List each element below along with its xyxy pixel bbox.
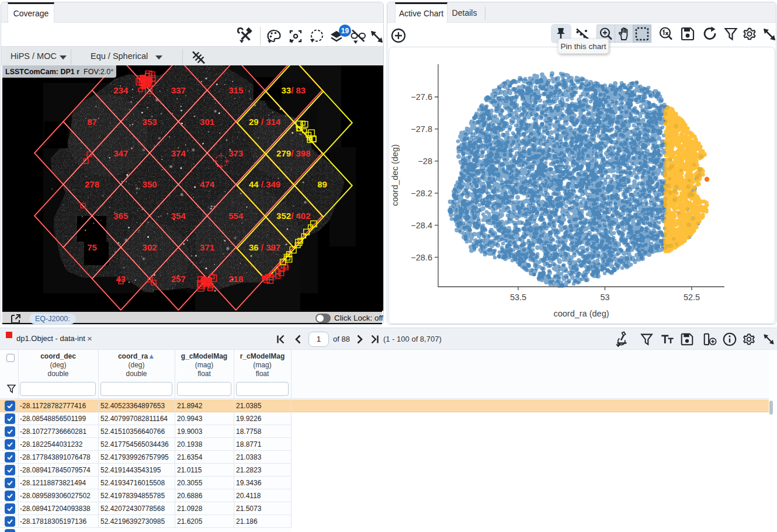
svg-text:89: 89 — [317, 179, 327, 189]
svg-text:301: 301 — [200, 117, 214, 127]
svg-text:352/ 402: 352/ 402 — [276, 211, 310, 221]
svg-text:347: 347 — [113, 148, 128, 158]
svg-text:315: 315 — [228, 85, 243, 95]
svg-text:278: 278 — [85, 179, 99, 189]
svg-text:374: 374 — [171, 148, 186, 158]
svg-text:75: 75 — [87, 242, 97, 252]
svg-text:−27.8: −27.8 — [411, 124, 432, 134]
svg-text:36 / 397: 36 / 397 — [249, 242, 280, 252]
svg-text:474: 474 — [200, 179, 215, 189]
svg-text:−27.6: −27.6 — [411, 92, 432, 102]
svg-text:−28: −28 — [418, 157, 432, 166]
svg-text:554: 554 — [228, 211, 244, 221]
svg-text:218: 218 — [228, 274, 243, 284]
svg-text:354: 354 — [171, 211, 186, 221]
svg-text:−28.4: −28.4 — [411, 221, 432, 230]
svg-text:371: 371 — [200, 242, 214, 252]
svg-text:353: 353 — [143, 117, 157, 127]
svg-text:29 / 314: 29 / 314 — [249, 117, 281, 127]
svg-text:44 / 349: 44 / 349 — [249, 179, 280, 189]
svg-text:87: 87 — [87, 117, 97, 127]
svg-text:234: 234 — [113, 85, 129, 95]
svg-text:302: 302 — [143, 242, 157, 252]
svg-text:52.5: 52.5 — [684, 293, 700, 302]
svg-text:−28.2: −28.2 — [411, 189, 432, 198]
svg-text:43: 43 — [116, 274, 126, 284]
svg-text:279/ 398: 279/ 398 — [276, 148, 310, 158]
svg-text:373: 373 — [228, 148, 243, 158]
svg-text:coord_ra (deg): coord_ra (deg) — [553, 309, 609, 318]
svg-text:−28.6: −28.6 — [411, 253, 432, 262]
svg-text:257: 257 — [171, 274, 186, 284]
svg-text:350: 350 — [143, 179, 157, 189]
svg-text:53.5: 53.5 — [510, 293, 526, 302]
svg-text:365: 365 — [113, 211, 128, 221]
svg-text:53: 53 — [600, 293, 609, 302]
svg-text:33/ 83: 33/ 83 — [281, 85, 306, 95]
svg-text:337: 337 — [171, 85, 186, 95]
svg-text:coord_dec (deg): coord_dec (deg) — [390, 144, 400, 206]
